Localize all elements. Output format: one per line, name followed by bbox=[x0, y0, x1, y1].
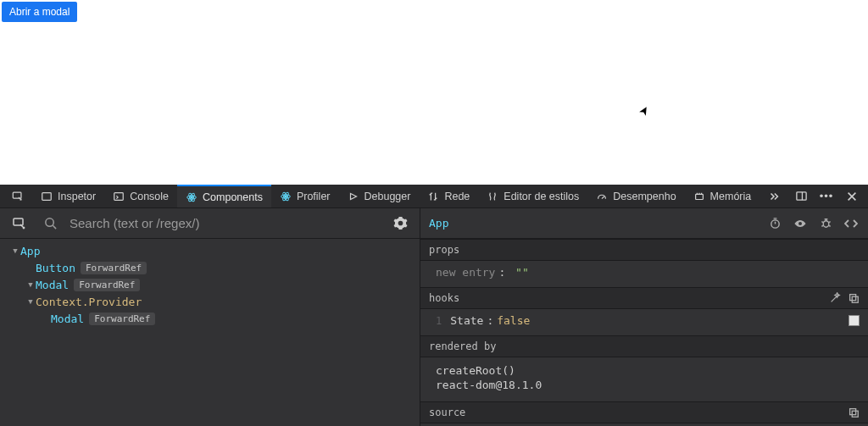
mouse-cursor-icon: ➤ bbox=[636, 102, 653, 118]
chevrons-right-icon bbox=[768, 191, 780, 202]
close-devtools-button[interactable] bbox=[843, 187, 861, 206]
copy-icon bbox=[848, 292, 860, 304]
select-in-page-button[interactable] bbox=[8, 213, 31, 235]
dock-position-button[interactable] bbox=[792, 187, 810, 206]
caret-down-icon[interactable]: ▼ bbox=[10, 246, 20, 255]
suspense-toggle-button[interactable] bbox=[766, 215, 783, 232]
svg-rect-1 bbox=[42, 192, 52, 200]
network-icon bbox=[427, 191, 439, 202]
open-modal-button[interactable]: Abrir a modal bbox=[2, 2, 77, 22]
component-tree[interactable]: ▼AppButtonForwardRef▼ModalForwardRef▼Con… bbox=[0, 239, 420, 426]
svg-rect-12 bbox=[796, 192, 805, 200]
svg-rect-2 bbox=[114, 192, 124, 200]
select-cursor-icon bbox=[12, 216, 27, 231]
svg-point-3 bbox=[191, 196, 192, 197]
hooks-header: hooks bbox=[420, 287, 868, 309]
hook-value[interactable]: false bbox=[497, 314, 530, 327]
svg-point-14 bbox=[45, 219, 53, 226]
hook-key: State bbox=[450, 314, 483, 327]
tree-node[interactable]: ▼ModalForwardRef bbox=[7, 276, 413, 293]
tree-node[interactable]: ModalForwardRef bbox=[7, 310, 413, 327]
bug-icon bbox=[820, 217, 832, 230]
tree-node[interactable]: ▼App bbox=[7, 242, 413, 259]
tab-label: Desempenho bbox=[613, 191, 676, 202]
hooks-copy-button[interactable] bbox=[848, 292, 860, 304]
hooks-wand-button[interactable] bbox=[829, 292, 841, 304]
tab-memory[interactable]: Memória bbox=[685, 185, 760, 207]
rendered-by-body: createRoot()react-dom@18.1.0 bbox=[420, 357, 868, 401]
performance-icon bbox=[596, 191, 608, 202]
code-icon bbox=[844, 217, 858, 230]
devtools-tabstrip: Inspetor Console Components Profiler Deb… bbox=[0, 185, 868, 208]
gear-icon bbox=[393, 216, 408, 230]
tree-node-pill: ForwardRef bbox=[74, 279, 140, 291]
tab-label: Editor de estilos bbox=[504, 191, 579, 202]
inspect-dom-button[interactable] bbox=[792, 215, 809, 232]
components-toolbar: App bbox=[0, 208, 868, 239]
tab-components[interactable]: Components bbox=[177, 185, 271, 207]
hook-line-number: 1 bbox=[436, 315, 442, 327]
tab-style-editor[interactable]: Editor de estilos bbox=[478, 185, 587, 207]
tabs-overflow-button[interactable] bbox=[760, 185, 788, 207]
tab-console[interactable]: Console bbox=[104, 185, 177, 207]
style-editor-icon bbox=[487, 191, 498, 202]
tab-inspector[interactable]: Inspetor bbox=[32, 185, 104, 207]
caret-down-icon[interactable]: ▼ bbox=[25, 297, 36, 306]
react-icon bbox=[186, 191, 198, 203]
settings-button[interactable] bbox=[389, 213, 411, 235]
source-copy-button[interactable] bbox=[848, 407, 860, 418]
svg-rect-0 bbox=[13, 192, 21, 198]
view-source-button[interactable] bbox=[843, 215, 860, 232]
stopwatch-icon bbox=[769, 217, 782, 230]
tab-label: Inspetor bbox=[58, 191, 96, 202]
props-new-entry-key[interactable]: new entry bbox=[436, 266, 495, 279]
tab-label: Rede bbox=[444, 191, 470, 202]
debug-toggle-button[interactable] bbox=[817, 215, 834, 232]
more-options-button[interactable]: ••• bbox=[817, 187, 836, 206]
props-header: props bbox=[420, 239, 868, 261]
props-body: new entry: "" bbox=[420, 261, 868, 287]
devtools-panel: Inspetor Console Components Profiler Deb… bbox=[0, 185, 868, 426]
app-preview-area: Abrir a modal ➤ bbox=[0, 0, 868, 185]
caret-down-icon[interactable]: ▼ bbox=[25, 280, 36, 289]
rendered-by-line[interactable]: react-dom@18.1.0 bbox=[436, 379, 860, 391]
svg-rect-17 bbox=[850, 295, 856, 301]
hooks-header-label: hooks bbox=[429, 292, 459, 304]
dock-icon bbox=[795, 190, 808, 202]
tab-network[interactable]: Rede bbox=[419, 185, 478, 207]
pick-element-icon bbox=[12, 191, 24, 202]
tab-debugger[interactable]: Debugger bbox=[339, 185, 420, 207]
svg-point-16 bbox=[823, 221, 829, 228]
close-icon bbox=[846, 191, 858, 202]
svg-rect-18 bbox=[852, 296, 858, 302]
tree-node-label: Modal bbox=[51, 313, 84, 325]
tab-profiler[interactable]: Profiler bbox=[271, 185, 339, 207]
component-details: props new entry: "" hooks 1 State: false… bbox=[420, 239, 868, 426]
rendered-by-header: rendered by bbox=[420, 335, 868, 357]
console-icon bbox=[113, 191, 125, 202]
hook-checkbox[interactable] bbox=[849, 315, 860, 326]
source-header: source bbox=[420, 401, 868, 423]
tree-node-pill: ForwardRef bbox=[81, 262, 147, 274]
ellipsis-icon: ••• bbox=[820, 190, 834, 202]
tree-node[interactable]: ButtonForwardRef bbox=[7, 259, 413, 276]
tab-label: Memória bbox=[710, 191, 752, 202]
rendered-by-line[interactable]: createRoot() bbox=[436, 364, 860, 377]
svg-rect-11 bbox=[695, 194, 703, 199]
wand-icon bbox=[829, 292, 841, 304]
tab-label: Components bbox=[203, 191, 263, 203]
svg-rect-19 bbox=[850, 409, 856, 415]
eye-icon bbox=[793, 217, 807, 230]
svg-point-7 bbox=[285, 195, 287, 196]
source-header-label: source bbox=[429, 407, 465, 418]
search-input[interactable] bbox=[70, 216, 381, 230]
selected-component-name: App bbox=[429, 217, 448, 230]
pick-element-button[interactable] bbox=[3, 185, 32, 207]
inspector-icon bbox=[41, 191, 53, 202]
memory-icon bbox=[693, 191, 705, 202]
tab-performance[interactable]: Desempenho bbox=[587, 185, 684, 207]
tree-node-pill: ForwardRef bbox=[89, 313, 155, 325]
hooks-body: 1 State: false bbox=[420, 309, 868, 335]
tree-node[interactable]: ▼Context.Provider bbox=[7, 293, 413, 310]
props-new-entry-value[interactable]: "" bbox=[515, 266, 529, 279]
